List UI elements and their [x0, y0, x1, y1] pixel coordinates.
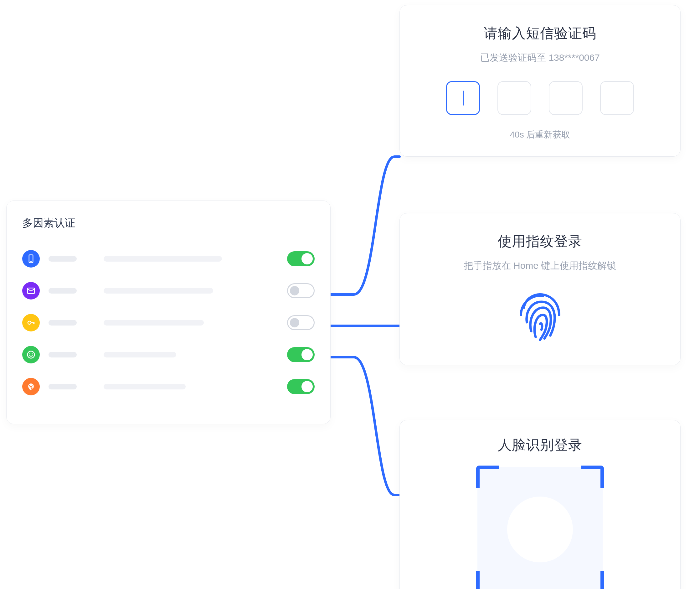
sms-code-inputs — [412, 81, 668, 115]
mfa-toggle[interactable] — [287, 379, 315, 394]
face-login-card: 人脸识别登录 — [399, 420, 681, 589]
scan-corner-icon — [581, 571, 604, 589]
sms-subtitle: 已发送验证码至 138****0067 — [412, 51, 668, 64]
mfa-toggle[interactable] — [287, 251, 315, 266]
svg-point-8 — [30, 354, 30, 354]
placeholder-short — [48, 384, 77, 389]
svg-point-9 — [32, 354, 32, 354]
svg-point-7 — [28, 351, 35, 358]
smile-icon — [22, 346, 40, 363]
face-scan-area[interactable] — [477, 467, 603, 589]
scan-corner-icon — [476, 571, 499, 589]
mfa-row — [22, 275, 315, 307]
placeholder-long — [104, 320, 204, 326]
mfa-toggle[interactable] — [287, 283, 315, 298]
placeholder-short — [48, 256, 77, 261]
sms-resend-text: 40s 后重新获取 — [412, 129, 668, 141]
sms-code-digit[interactable] — [497, 81, 531, 115]
mfa-toggle[interactable] — [287, 347, 315, 362]
sms-code-digit[interactable] — [446, 81, 480, 115]
placeholder-short — [48, 320, 77, 326]
scan-corner-icon — [581, 465, 604, 488]
scan-corner-icon — [476, 465, 499, 488]
sms-title: 请输入短信验证码 — [412, 24, 668, 43]
text-caret-icon — [463, 90, 464, 106]
mail-icon — [22, 282, 40, 300]
placeholder-long — [104, 384, 186, 389]
mfa-row — [22, 371, 315, 403]
sms-verification-card: 请输入短信验证码 已发送验证码至 138****0067 40s 后重新获取 — [399, 5, 681, 157]
key-icon — [22, 314, 40, 332]
mfa-list — [22, 243, 315, 403]
mfa-row — [22, 243, 315, 275]
fingerprint-subtitle: 把手指放在 Home 键上使用指纹解锁 — [412, 259, 668, 272]
placeholder-long — [104, 288, 213, 293]
mfa-settings-card: 多因素认证 — [6, 201, 331, 424]
mfa-row — [22, 307, 315, 339]
mfa-title: 多因素认证 — [22, 216, 315, 230]
sms-code-digit[interactable] — [549, 81, 583, 115]
fingerprint-title: 使用指纹登录 — [412, 232, 668, 251]
phone-icon — [22, 250, 40, 267]
mfa-toggle[interactable] — [287, 315, 315, 330]
placeholder-short — [48, 288, 77, 293]
sms-code-digit[interactable] — [600, 81, 634, 115]
face-placeholder-icon — [507, 497, 573, 562]
face-title: 人脸识别登录 — [412, 436, 668, 454]
mfa-row — [22, 339, 315, 371]
placeholder-long — [104, 256, 222, 261]
placeholder-long — [104, 352, 176, 358]
fingerprint-icon[interactable] — [516, 290, 564, 343]
fingerprint-login-card: 使用指纹登录 把手指放在 Home 键上使用指纹解锁 — [399, 213, 681, 365]
fingerprint-small-icon — [22, 378, 40, 395]
svg-point-3 — [28, 321, 31, 324]
placeholder-short — [48, 352, 77, 358]
